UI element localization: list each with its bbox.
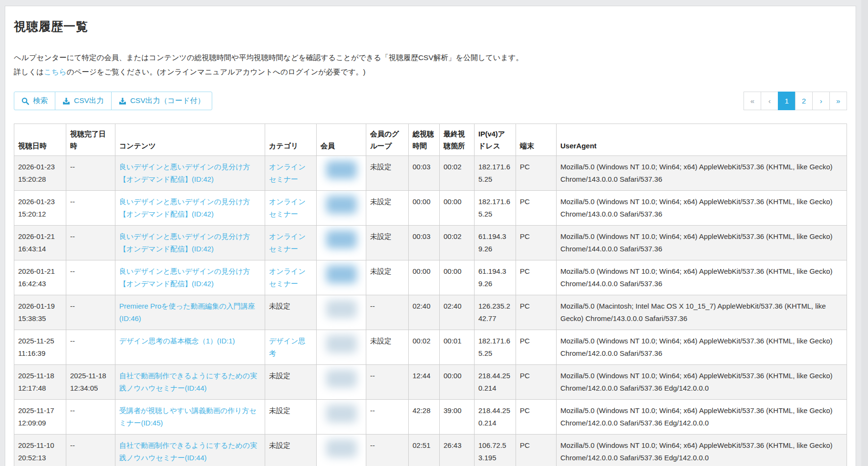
ip-cell: 126.235.242.77 bbox=[475, 295, 516, 330]
category-link[interactable]: オンラインセミナー bbox=[269, 197, 306, 218]
watched-at-cell: 2026-01-23 15:20:12 bbox=[14, 191, 66, 226]
member-cell bbox=[317, 191, 366, 226]
member-group-cell: 未設定 bbox=[366, 191, 409, 226]
category-link[interactable]: デザイン思考 bbox=[269, 337, 305, 357]
column-header-2: 視聴完了日時 bbox=[66, 124, 115, 156]
content-link[interactable]: 自社で動画制作できるようにするための実践ノウハウセミナー(ID:44) bbox=[119, 441, 257, 462]
description-line2-after: のページをご覧ください。(オンラインマニュアルアカウントへのログインが必要です。… bbox=[67, 68, 366, 76]
content-link[interactable]: デザイン思考の基本概念（1）(ID:1) bbox=[119, 337, 235, 345]
table-row: 2026-01-19 15:38:35--Premiere Proを使った動画編… bbox=[14, 295, 847, 330]
pagination-page-2[interactable]: 2 bbox=[795, 92, 813, 110]
ip-cell: 182.171.65.25 bbox=[475, 191, 516, 226]
pagination: « ‹ 1 2 › » bbox=[744, 92, 847, 110]
watched-at-cell: 2026-01-21 16:42:43 bbox=[14, 260, 66, 295]
useragent-cell: Mozilla/5.0 (Windows NT 10.0; Win64; x64… bbox=[557, 226, 847, 260]
last-position-cell: 00:00 bbox=[440, 365, 475, 400]
csv-export-button[interactable]: CSV出力 bbox=[55, 92, 112, 110]
device-cell: PC bbox=[516, 400, 557, 435]
watched-at-cell: 2026-01-19 15:38:35 bbox=[14, 295, 66, 330]
table-header: 視聴日時視聴完了日時コンテンツカテゴリ会員会員のグループ総視聴時間最終視聴箇所I… bbox=[14, 124, 847, 156]
content-cell: 良いデザインと悪いデザインの見分け方【オンデマンド配信】(ID:42) bbox=[115, 191, 265, 226]
pagination-first[interactable]: « bbox=[744, 92, 761, 110]
completed-at-cell: -- bbox=[66, 295, 115, 330]
download-icon bbox=[62, 97, 70, 105]
vertical-scrollbar[interactable] bbox=[861, 0, 868, 466]
member-group-cell: 未設定 bbox=[366, 156, 409, 191]
member-group-cell: 未設定 bbox=[366, 330, 409, 365]
description-line2-before: 詳しくは bbox=[14, 68, 44, 76]
member-cell bbox=[317, 226, 366, 260]
watched-at-cell: 2026-01-21 16:43:14 bbox=[14, 226, 66, 260]
csv-export-coded-button[interactable]: CSV出力（コード付） bbox=[111, 92, 213, 110]
member-group-cell: -- bbox=[366, 295, 409, 330]
table-row: 2026-01-21 16:43:14--良いデザインと悪いデザインの見分け方【… bbox=[14, 226, 847, 260]
total-time-cell: 12:44 bbox=[409, 365, 440, 400]
device-cell: PC bbox=[516, 295, 557, 330]
ip-cell: 61.194.39.26 bbox=[475, 226, 516, 260]
content-link[interactable]: 自社で動画制作できるようにするための実践ノウハウセミナー(ID:44) bbox=[119, 372, 257, 392]
pagination-prev[interactable]: ‹ bbox=[761, 92, 778, 110]
device-cell: PC bbox=[516, 191, 557, 226]
member-group-cell: -- bbox=[366, 400, 409, 435]
watched-at-cell: 2025-11-18 12:17:48 bbox=[14, 365, 66, 400]
content-link[interactable]: 良いデザインと悪いデザインの見分け方【オンデマンド配信】(ID:42) bbox=[119, 232, 250, 253]
content-link[interactable]: 良いデザインと悪いデザインの見分け方【オンデマンド配信】(ID:42) bbox=[119, 163, 250, 183]
last-position-cell: 00:02 bbox=[440, 156, 475, 191]
completed-at-cell: -- bbox=[66, 191, 115, 226]
category-link[interactable]: オンラインセミナー bbox=[269, 232, 306, 253]
table-row: 2025-11-10 20:52:13--自社で動画制作できるようにするための実… bbox=[14, 435, 847, 466]
member-name-blurred bbox=[326, 196, 357, 214]
pagination-page-1[interactable]: 1 bbox=[778, 92, 796, 110]
content-cell: 良いデザインと悪いデザインの見分け方【オンデマンド配信】(ID:42) bbox=[115, 226, 265, 260]
kochira-link[interactable]: こちら bbox=[44, 68, 67, 76]
device-cell: PC bbox=[516, 156, 557, 191]
content-cell: 自社で動画制作できるようにするための実践ノウハウセミナー(ID:44) bbox=[115, 365, 265, 400]
device-cell: PC bbox=[516, 330, 557, 365]
watched-at-cell: 2025-11-10 20:52:13 bbox=[14, 435, 66, 466]
search-icon bbox=[21, 97, 29, 105]
watched-at-cell: 2025-11-17 12:09:09 bbox=[14, 400, 66, 435]
pagination-last[interactable]: » bbox=[829, 92, 847, 110]
csv-export-button-label: CSV出力 bbox=[74, 96, 104, 106]
content-link[interactable]: Premiere Proを使った動画編集の入門講座(ID:46) bbox=[119, 302, 255, 322]
toolbar: 検索 CSV出力 CSV出力（コード付） « ‹ 1 2 › » bbox=[14, 92, 847, 110]
completed-at-cell: -- bbox=[66, 226, 115, 260]
search-button[interactable]: 検索 bbox=[14, 92, 55, 110]
content-link[interactable]: 良いデザインと悪いデザインの見分け方【オンデマンド配信】(ID:42) bbox=[119, 197, 250, 218]
ip-cell: 61.194.39.26 bbox=[475, 260, 516, 295]
category-cell: 未設定 bbox=[265, 365, 317, 400]
column-header-4: カテゴリ bbox=[265, 124, 317, 156]
content-link[interactable]: 良いデザインと悪いデザインの見分け方【オンデマンド配信】(ID:42) bbox=[119, 267, 250, 288]
category-cell: オンラインセミナー bbox=[265, 260, 317, 295]
last-position-cell: 26:43 bbox=[440, 435, 475, 466]
member-cell bbox=[317, 260, 366, 295]
content-link[interactable]: 受講者が視聴しやすい講義動画の作り方セミナー(ID:45) bbox=[119, 406, 257, 427]
member-name-blurred bbox=[326, 404, 357, 423]
category-cell: オンラインセミナー bbox=[265, 226, 317, 260]
column-header-5: 会員 bbox=[317, 124, 366, 156]
device-cell: PC bbox=[516, 226, 557, 260]
member-name-blurred bbox=[326, 161, 357, 179]
completed-at-cell: -- bbox=[66, 260, 115, 295]
member-name-blurred bbox=[326, 265, 357, 283]
category-cell: オンラインセミナー bbox=[265, 191, 317, 226]
last-position-cell: 39:00 bbox=[440, 400, 475, 435]
ip-cell: 218.44.250.214 bbox=[475, 365, 516, 400]
column-header-6: 会員のグループ bbox=[366, 124, 409, 156]
watched-at-cell: 2025-11-25 11:16:39 bbox=[14, 330, 66, 365]
table-row: 2026-01-23 15:20:12--良いデザインと悪いデザインの見分け方【… bbox=[14, 191, 847, 226]
category-cell: デザイン思考 bbox=[265, 330, 317, 365]
total-time-cell: 00:03 bbox=[409, 226, 440, 260]
device-cell: PC bbox=[516, 365, 557, 400]
category-link[interactable]: オンラインセミナー bbox=[269, 267, 306, 288]
member-group-cell: 未設定 bbox=[366, 260, 409, 295]
completed-at-cell: -- bbox=[66, 156, 115, 191]
completed-at-cell: -- bbox=[66, 400, 115, 435]
device-cell: PC bbox=[516, 260, 557, 295]
member-name-blurred bbox=[326, 300, 357, 318]
category-link[interactable]: オンラインセミナー bbox=[269, 163, 306, 183]
total-time-cell: 02:40 bbox=[409, 295, 440, 330]
member-cell bbox=[317, 330, 366, 365]
pagination-next[interactable]: › bbox=[812, 92, 830, 110]
column-header-7: 総視聴時間 bbox=[409, 124, 440, 156]
